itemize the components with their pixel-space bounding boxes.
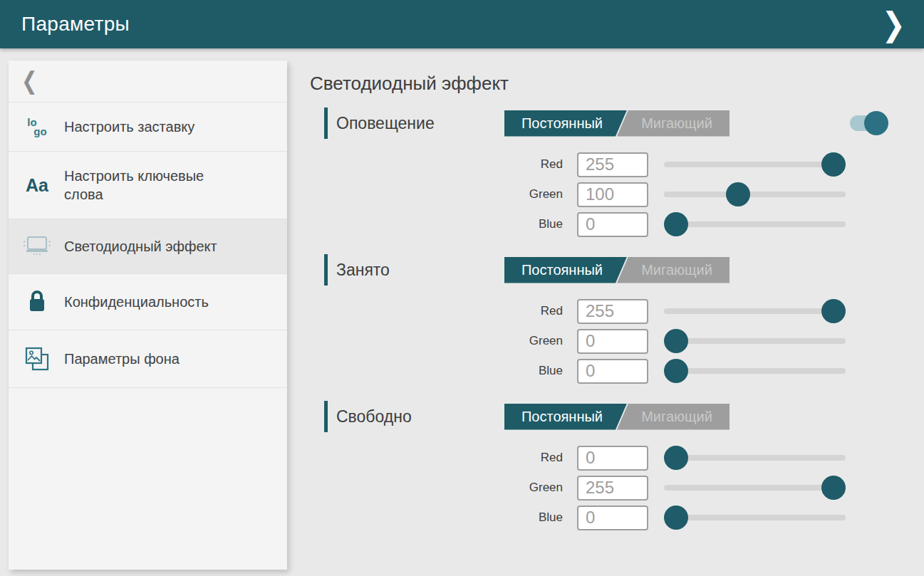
slider-track [664, 455, 846, 461]
led-effect-panel: Светодиодный эффект Оповещение Постоянны… [310, 61, 924, 548]
green-channel-row: Green [310, 328, 924, 354]
sidebar-item-background[interactable]: Параметры фона [9, 330, 287, 388]
sidebar-item-label: Светодиодный эффект [64, 237, 217, 256]
slider-track [664, 338, 846, 344]
slider-track [664, 308, 846, 314]
slider-track [664, 515, 846, 520]
slider-knob[interactable] [664, 329, 688, 353]
mode-segmented-control: Постоянный Мигающий [504, 404, 730, 430]
green-label: Green [310, 334, 563, 348]
blue-value-input[interactable] [577, 212, 648, 237]
red-slider[interactable] [664, 152, 846, 177]
red-channel-row: Red [310, 445, 924, 471]
red-label: Red [310, 157, 563, 172]
monitor-icon [20, 234, 54, 258]
green-value-input[interactable] [577, 476, 648, 501]
sidebar-item-label: Конфиденциальность [64, 293, 209, 311]
blue-label: Blue [310, 364, 563, 378]
blue-label: Blue [310, 217, 563, 231]
red-slider[interactable] [664, 298, 846, 324]
mode-option-solid[interactable]: Постоянный [504, 110, 627, 137]
sidebar-item-led-effect[interactable]: Светодиодный эффект [9, 219, 287, 274]
slider-knob[interactable] [664, 446, 688, 470]
blue-slider[interactable] [664, 211, 846, 237]
panel-title: Светодиодный эффект [310, 70, 924, 96]
images-icon [20, 345, 54, 372]
mode-option-blinking[interactable]: Мигающий [617, 110, 730, 137]
chevron-left-icon: ❮ [21, 67, 38, 95]
toggle-knob [864, 111, 888, 135]
alert-enabled-toggle[interactable] [850, 115, 887, 131]
settings-sidebar: ❮ lo go Настроить заставку Aa Настроить … [9, 61, 287, 570]
slider-knob[interactable] [664, 359, 688, 383]
mode-segmented-control: Постоянный Мигающий [504, 110, 730, 137]
sidebar-item-label: Настроить заставку [64, 117, 194, 136]
mode-option-solid[interactable]: Постоянный [504, 257, 627, 283]
blue-channel-row: Blue [310, 211, 924, 237]
lock-icon [20, 289, 54, 315]
back-button[interactable]: ❮ [9, 61, 287, 103]
red-value-input[interactable] [577, 152, 648, 177]
section-title: Занято [336, 261, 504, 280]
green-slider[interactable] [664, 475, 846, 501]
slider-track [664, 221, 846, 227]
slider-knob[interactable] [821, 299, 846, 323]
blue-label: Blue [310, 510, 563, 525]
slider-knob[interactable] [821, 152, 846, 177]
red-slider[interactable] [664, 445, 846, 471]
mode-option-solid[interactable]: Постоянный [504, 404, 627, 430]
slider-track [664, 192, 846, 197]
red-label: Red [310, 304, 563, 318]
green-slider[interactable] [664, 182, 846, 207]
section-free: Свободно Постоянный Мигающий Red Green B… [310, 401, 924, 530]
slider-knob[interactable] [664, 212, 688, 236]
top-bar: Параметры ❯ [0, 0, 924, 48]
sidebar-item-privacy[interactable]: Конфиденциальность [9, 274, 287, 330]
mode-segmented-control: Постоянный Мигающий [504, 257, 730, 283]
slider-track [664, 368, 846, 374]
red-label: Red [310, 451, 563, 465]
slider-knob[interactable] [726, 182, 750, 206]
sidebar-item-label: Настроить ключевые слова [64, 167, 239, 204]
mode-option-blinking[interactable]: Мигающий [617, 257, 730, 283]
red-value-input[interactable] [577, 446, 648, 471]
section-busy: Занято Постоянный Мигающий Red Green Blu… [310, 254, 924, 384]
red-channel-row: Red [310, 152, 924, 177]
red-channel-row: Red [310, 298, 924, 324]
blue-slider[interactable] [664, 505, 846, 530]
blue-value-input[interactable] [577, 359, 648, 384]
blue-value-input[interactable] [577, 506, 648, 530]
section-title: Оповещение [336, 114, 504, 133]
mode-option-blinking[interactable]: Мигающий [617, 404, 730, 430]
green-label: Green [310, 187, 563, 201]
sidebar-item-keywords[interactable]: Aa Настроить ключевые слова [9, 152, 287, 219]
logo-icon: lo go [20, 117, 54, 136]
green-slider[interactable] [664, 328, 846, 354]
sidebar-item-label: Параметры фона [64, 350, 180, 368]
text-aa-icon: Aa [20, 175, 54, 196]
section-title: Свободно [336, 407, 504, 426]
sidebar-item-splash-screen[interactable]: lo go Настроить заставку [9, 103, 287, 152]
blue-channel-row: Blue [310, 358, 924, 384]
chevron-right-icon[interactable]: ❯ [876, 4, 911, 43]
page-title: Параметры [21, 13, 130, 36]
section-accent-bar [324, 254, 328, 286]
blue-slider[interactable] [664, 358, 846, 384]
slider-track [664, 162, 846, 167]
green-label: Green [310, 481, 563, 495]
green-channel-row: Green [310, 182, 924, 207]
green-value-input[interactable] [577, 329, 648, 354]
green-value-input[interactable] [577, 182, 648, 207]
slider-track [664, 485, 846, 491]
section-alert: Оповещение Постоянный Мигающий Red Green [310, 108, 924, 237]
slider-knob[interactable] [821, 476, 846, 500]
blue-channel-row: Blue [310, 505, 924, 530]
green-channel-row: Green [310, 475, 924, 501]
section-accent-bar [324, 108, 328, 139]
red-value-input[interactable] [577, 299, 648, 324]
section-accent-bar [324, 401, 328, 432]
slider-knob[interactable] [664, 506, 688, 530]
